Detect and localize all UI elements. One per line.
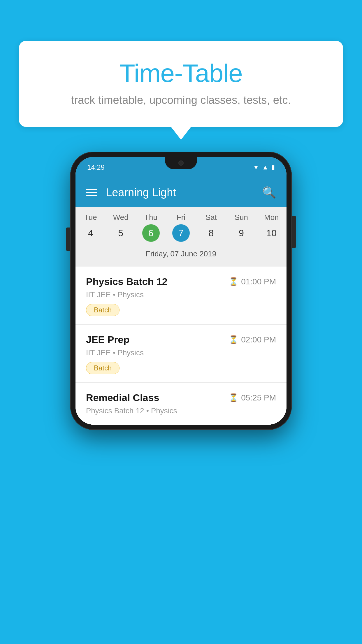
date-10[interactable]: 10 (263, 224, 280, 242)
speech-bubble: Time-Table track timetable, upcoming cla… (19, 41, 343, 127)
day-mon[interactable]: Mon (256, 213, 287, 222)
day-tue[interactable]: Tue (75, 213, 106, 222)
day-sat[interactable]: Sat (196, 213, 226, 222)
clock-icon-2: ⏳ (229, 335, 238, 344)
item-subtitle-2: IIT JEE • Physics (86, 348, 276, 357)
days-numbers: 4 5 6 7 8 9 10 (75, 224, 287, 242)
status-bar: 14:29 ▼ ▲ ▮ (75, 157, 287, 178)
item-title-3: Remedial Class (86, 392, 159, 403)
item-header-3: Remedial Class ⏳ 05:25 PM (86, 392, 276, 403)
time-value-3: 05:25 PM (241, 393, 276, 402)
time-value-2: 02:00 PM (241, 335, 276, 344)
status-time: 14:29 (87, 163, 105, 172)
item-title-2: JEE Prep (86, 334, 129, 345)
item-time-2: ⏳ 02:00 PM (229, 335, 276, 344)
day-fri[interactable]: Fri (166, 213, 196, 222)
hamburger-menu-icon[interactable] (86, 189, 97, 196)
date-7-selected[interactable]: 7 (172, 224, 190, 242)
batch-badge-1: Batch (86, 304, 120, 316)
phone-outer: 14:29 ▼ ▲ ▮ Learning (70, 152, 292, 430)
date-4[interactable]: 4 (82, 224, 99, 242)
camera-dot (178, 160, 184, 166)
app-toolbar: Learning Light 🔍 (75, 178, 287, 207)
schedule-item-1[interactable]: Physics Batch 12 ⏳ 01:00 PM IIT JEE • Ph… (75, 267, 287, 325)
item-title-1: Physics Batch 12 (86, 276, 168, 287)
item-subtitle-3: Physics Batch 12 • Physics (86, 406, 276, 415)
date-5[interactable]: 5 (112, 224, 129, 242)
search-icon[interactable]: 🔍 (262, 186, 276, 199)
selected-date-label: Friday, 07 June 2019 (75, 246, 287, 264)
item-subtitle-1: IIT JEE • Physics (86, 290, 276, 299)
clock-icon-3: ⏳ (229, 393, 238, 402)
notch (165, 157, 197, 169)
phone-screen: 14:29 ▼ ▲ ▮ Learning (75, 157, 287, 425)
date-6-today[interactable]: 6 (142, 224, 160, 242)
wifi-icon: ▼ (253, 164, 259, 171)
bubble-title: Time-Table (42, 58, 320, 88)
calendar-week: Tue Wed Thu Fri Sat Sun Mon 4 5 6 7 8 9 … (75, 207, 287, 267)
phone-mockup: 14:29 ▼ ▲ ▮ Learning (70, 152, 292, 430)
status-icons: ▼ ▲ ▮ (253, 164, 275, 171)
schedule-item-3[interactable]: Remedial Class ⏳ 05:25 PM Physics Batch … (75, 383, 287, 425)
item-header-1: Physics Batch 12 ⏳ 01:00 PM (86, 276, 276, 287)
item-header-2: JEE Prep ⏳ 02:00 PM (86, 334, 276, 345)
clock-icon-1: ⏳ (229, 277, 238, 286)
toolbar-left: Learning Light (86, 186, 176, 199)
batch-badge-2: Batch (86, 362, 120, 374)
battery-icon: ▮ (271, 164, 275, 171)
date-8[interactable]: 8 (202, 224, 220, 242)
item-time-1: ⏳ 01:00 PM (229, 277, 276, 286)
signal-icon: ▲ (262, 164, 268, 171)
bubble-subtitle: track timetable, upcoming classes, tests… (42, 94, 320, 106)
schedule-list: Physics Batch 12 ⏳ 01:00 PM IIT JEE • Ph… (75, 267, 287, 425)
app-title: Learning Light (106, 186, 176, 199)
speech-bubble-container: Time-Table track timetable, upcoming cla… (19, 41, 343, 127)
day-wed[interactable]: Wed (106, 213, 136, 222)
day-thu[interactable]: Thu (136, 213, 166, 222)
item-time-3: ⏳ 05:25 PM (229, 393, 276, 402)
date-9[interactable]: 9 (233, 224, 250, 242)
day-sun[interactable]: Sun (226, 213, 256, 222)
days-header: Tue Wed Thu Fri Sat Sun Mon (75, 213, 287, 222)
schedule-item-2[interactable]: JEE Prep ⏳ 02:00 PM IIT JEE • Physics Ba… (75, 325, 287, 383)
time-value-1: 01:00 PM (241, 277, 276, 286)
